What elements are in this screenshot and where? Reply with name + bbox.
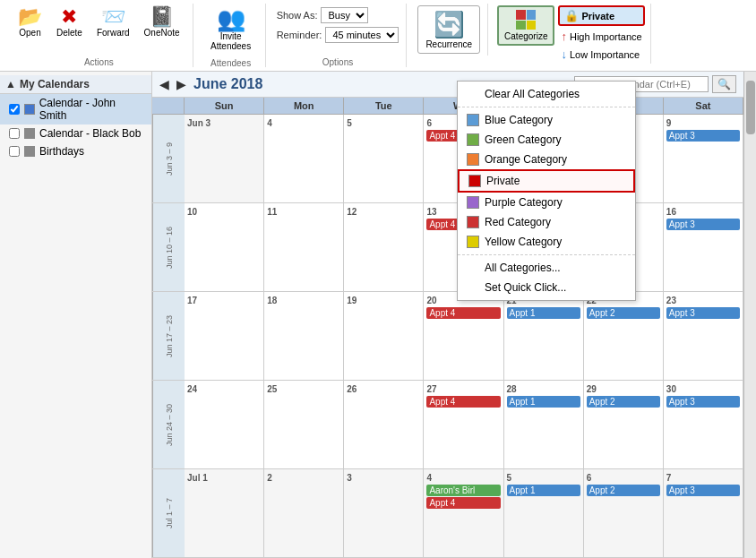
sidebar-header[interactable]: ▲ My Calendars — [0, 75, 151, 94]
forward-label: Forward — [97, 28, 130, 38]
week-label-5: Jul 1 – 7 — [152, 469, 185, 557]
onenote-label: OneNote — [144, 28, 180, 38]
appointment[interactable]: Appt 3 — [666, 485, 740, 496]
dropdown-item-clear-all[interactable]: Clear All Categories — [458, 84, 635, 104]
week-label-header — [152, 98, 185, 114]
main-layout: ▲ My Calendars Calendar - John Smith Cal… — [0, 72, 756, 558]
calendar-week-3: Jun 17 – 23 17 18 19 20Appt 4 21Appt 1 2… — [152, 292, 743, 381]
appointment[interactable]: Appt 4 — [426, 497, 500, 509]
dropdown-item-green[interactable]: Green Category — [458, 130, 635, 150]
calendar-weeks: Jun 3 – 9 Jun 3 4 5 6Appt 4 7 2 9Appt 3 … — [152, 115, 743, 558]
cal-day[interactable]: 27Appt 4 — [424, 381, 503, 468]
cal-day[interactable]: 4Aaron's BirlAppt 4 — [424, 469, 503, 557]
cal-day[interactable]: 16Appt 3 — [664, 203, 743, 291]
dropdown-item-purple[interactable]: Purple Category — [458, 193, 635, 212]
private-icon: 🔒 — [564, 9, 579, 22]
dropdown-item-yellow[interactable]: Yellow Category — [458, 232, 635, 252]
cal-day[interactable]: Jun 3 — [185, 115, 264, 202]
cal-day[interactable]: 6Appt 2 — [584, 469, 664, 557]
cal-day[interactable]: 22Appt 2 — [584, 292, 664, 380]
day-header-mon: Mon — [264, 98, 344, 114]
appointment[interactable]: Aaron's Birl — [426, 485, 500, 496]
birthdays-color — [24, 146, 35, 157]
cal-day[interactable]: 2 — [264, 469, 344, 557]
cal-day[interactable]: 24 — [185, 381, 264, 468]
calendar-bob-checkbox[interactable] — [9, 128, 20, 139]
cal-day[interactable]: 29Appt 2 — [584, 381, 664, 468]
recurrence-button[interactable]: 🔄 Recurrence — [417, 5, 480, 54]
cal-day[interactable]: 23Appt 3 — [664, 292, 743, 380]
high-importance-button[interactable]: ↑ High Importance — [558, 29, 644, 44]
appointment[interactable]: Appt 1 — [507, 307, 580, 319]
cal-day[interactable]: 17 — [185, 292, 264, 380]
week-label-3: Jun 17 – 23 — [152, 292, 185, 380]
cal-day[interactable]: Jul 1 — [185, 469, 264, 557]
week-label-4: Jun 24 – 30 — [152, 381, 185, 468]
appointment[interactable]: Appt 3 — [666, 130, 740, 142]
delete-button[interactable]: ✖ Delete — [51, 4, 88, 41]
appointment[interactable]: Appt 2 — [587, 396, 660, 408]
appointment[interactable]: Appt 1 — [507, 396, 580, 408]
appointment[interactable]: Appt 2 — [587, 485, 660, 496]
cal-day[interactable]: 9Appt 3 — [664, 115, 743, 202]
scrollbar[interactable] — [743, 72, 756, 558]
cal-day[interactable]: 10 — [185, 203, 264, 291]
categorize-button[interactable]: Categorize — [497, 5, 554, 46]
dropdown-item-set-quick-click[interactable]: Set Quick Click... — [458, 278, 635, 297]
appointment[interactable]: Appt 3 — [666, 307, 740, 319]
day-header-sat: Sat — [664, 98, 743, 114]
low-importance-button[interactable]: ↓ Low Importance — [558, 47, 644, 62]
low-importance-icon: ↓ — [561, 47, 567, 61]
dropdown-item-orange[interactable]: Orange Category — [458, 150, 635, 169]
cal-day[interactable]: 21Appt 1 — [504, 292, 584, 380]
cal-day[interactable]: 3 — [344, 469, 424, 557]
appointment[interactable]: Appt 1 — [507, 485, 580, 496]
dropdown-item-private[interactable]: Private — [458, 169, 635, 193]
cal-day[interactable]: 12 — [344, 203, 424, 291]
birthdays-checkbox[interactable] — [9, 146, 20, 157]
appointment[interactable]: Appt 3 — [666, 219, 740, 230]
cal-day[interactable]: 20Appt 4 — [424, 292, 503, 380]
cal-day[interactable]: 4 — [264, 115, 344, 202]
cal-day[interactable]: 5 — [344, 115, 424, 202]
search-button[interactable]: 🔍 — [712, 75, 736, 93]
forward-button[interactable]: 📨 Forward — [91, 4, 135, 41]
appointment[interactable]: Appt 4 — [426, 396, 500, 408]
recurrence-group: 🔄 Recurrence — [410, 4, 488, 56]
reminder-select[interactable]: 45 minutes — [325, 27, 399, 43]
invite-icon: 👥 — [217, 7, 245, 30]
next-month-button[interactable]: ▶ — [176, 77, 186, 91]
dropdown-sep-1 — [458, 107, 635, 107]
dropdown-item-all-categories[interactable]: All Categories... — [458, 258, 635, 278]
cal-day[interactable]: 7Appt 3 — [664, 469, 743, 557]
open-button[interactable]: 📂 Open — [13, 4, 47, 41]
appointment[interactable]: Appt 2 — [587, 307, 660, 319]
sidebar-item-calendar-john[interactable]: Calendar - John Smith — [0, 94, 151, 124]
onenote-button[interactable]: 📓 OneNote — [139, 4, 185, 41]
private-button[interactable]: 🔒 Private — [558, 5, 644, 26]
invite-attendees-button[interactable]: 👥 Invite Attendees — [204, 4, 258, 55]
calendar-john-checkbox[interactable] — [9, 104, 20, 115]
cal-day[interactable]: 19 — [344, 292, 424, 380]
sidebar-item-birthdays[interactable]: Birthdays — [0, 142, 151, 160]
dropdown-item-red[interactable]: Red Category — [458, 212, 635, 232]
actions-group: 📂 Open ✖ Delete 📨 Forward 📓 OneNote Acti… — [5, 4, 193, 67]
cal-day[interactable]: 30Appt 3 — [664, 381, 743, 468]
cal-day[interactable]: 18 — [264, 292, 344, 380]
cal-day[interactable]: 26 — [344, 381, 424, 468]
show-as-select[interactable]: Busy — [321, 7, 368, 23]
cal-day[interactable]: 25 — [264, 381, 344, 468]
appointment[interactable]: Appt 4 — [426, 307, 500, 319]
dropdown-item-blue[interactable]: Blue Category — [458, 110, 635, 130]
cal-day[interactable]: 11 — [264, 203, 344, 291]
prev-month-button[interactable]: ◀ — [159, 77, 169, 91]
cal-day[interactable]: 5Appt 1 — [504, 469, 584, 557]
forward-icon: 📨 — [101, 7, 125, 27]
appointment[interactable]: Appt 3 — [666, 396, 740, 408]
categorize-wrapper: Categorize — [497, 5, 554, 46]
calendar-header: ◀ ▶ June 2018 🔍 — [152, 72, 743, 98]
red-label: Red Category — [485, 216, 551, 228]
scrollbar-thumb[interactable] — [746, 81, 755, 134]
sidebar-item-calendar-bob[interactable]: Calendar - Black Bob — [0, 124, 151, 142]
cal-day[interactable]: 28Appt 1 — [504, 381, 584, 468]
